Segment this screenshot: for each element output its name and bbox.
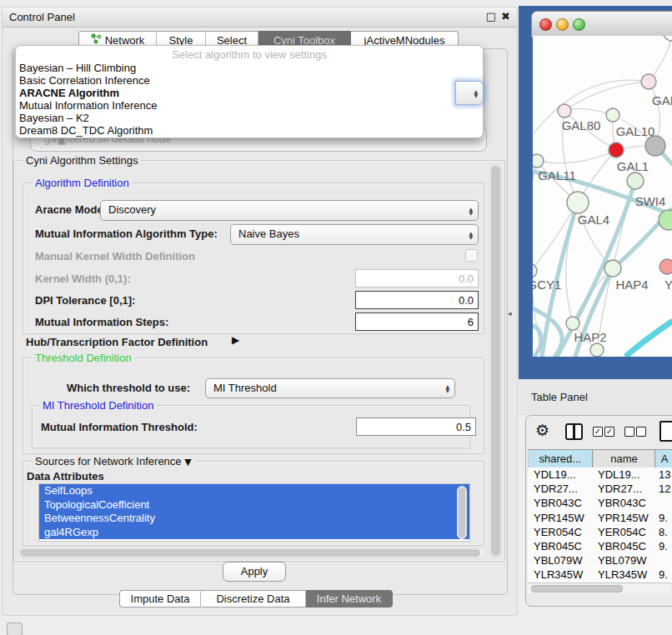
algorithm-option[interactable]: Dream8 DC_TDC Algorithm xyxy=(19,124,153,137)
node-gal1-red[interactable] xyxy=(609,142,624,158)
combo-stepper-icon: ▲▼ xyxy=(445,384,449,392)
tab-impute-data[interactable]: Impute Data xyxy=(119,590,201,608)
attributes-scrollbar[interactable] xyxy=(457,486,467,539)
column-header-name[interactable]: name xyxy=(593,450,656,468)
bottom-tab-bar: Impute Data Discretize Data Infer Networ… xyxy=(119,590,393,608)
algorithm-option-selected[interactable]: ARACNE Algorithm xyxy=(19,87,119,99)
which-threshold-combo[interactable]: MI Threshold ▲▼ xyxy=(205,378,455,398)
table-header-row: shared... name A xyxy=(528,449,672,468)
node-swi4[interactable] xyxy=(659,210,672,230)
kernel-width-field[interactable]: 0.0 xyxy=(355,269,479,288)
column-header-clipped[interactable]: A xyxy=(655,450,672,468)
algorithm-option[interactable]: Basic Correlation Inference xyxy=(19,74,150,87)
panel-resize-handle[interactable]: ◂ xyxy=(508,309,512,318)
dpi-tolerance-label: DPI Tolerance [0,1]: xyxy=(35,294,135,307)
node-hap4[interactable] xyxy=(604,260,621,277)
algorithm-definition-title: Algorithm Definition xyxy=(32,177,133,189)
node-bottom[interactable] xyxy=(590,343,604,357)
split-columns-icon[interactable] xyxy=(565,423,583,440)
hub-expand-arrow-icon[interactable]: ▶ xyxy=(232,334,239,346)
cell: 9. xyxy=(659,568,668,581)
mi-threshold-group: Mutual Information Threshold: 0.5 MI Thr… xyxy=(32,405,470,448)
cell: YDR27... xyxy=(534,482,578,495)
node-partial[interactable] xyxy=(663,36,672,41)
algorithm-option[interactable]: Bayesian – Hill Climbing xyxy=(19,62,136,74)
cell: 12 xyxy=(659,482,670,495)
node-gcy1[interactable] xyxy=(533,264,537,278)
attribute-item-selected[interactable]: SelfLoops xyxy=(39,484,469,498)
data-attributes-list: SelfLoops TopologicalCoefficient Between… xyxy=(38,483,470,542)
node-green[interactable] xyxy=(627,172,644,189)
mi-type-label: Mutual Information Algorithm Type: xyxy=(35,228,218,240)
sources-title-text: Sources for Network Inference xyxy=(35,455,182,468)
network-window-titlebar[interactable] xyxy=(531,11,672,38)
dpi-tolerance-field[interactable]: 0.0 xyxy=(355,291,479,309)
close-window-icon[interactable]: ✖ xyxy=(501,10,510,22)
checked-checkbox-icon[interactable]: ✓ xyxy=(604,427,614,437)
table-row[interactable]: YLR345WYLR345W9. xyxy=(528,568,672,582)
node-label: SWI4 xyxy=(635,194,666,208)
gear-icon[interactable]: ⚙ xyxy=(535,421,549,439)
checked-checkbox-icon[interactable]: ✓ xyxy=(593,427,603,437)
unchecked-checkbox-icon[interactable] xyxy=(636,427,646,437)
aracne-mode-value: Discovery xyxy=(108,203,156,216)
apply-button[interactable]: Apply xyxy=(223,562,286,582)
combo-stepper-icon: ▲▼ xyxy=(469,207,473,215)
tab-infer-network[interactable]: Infer Network xyxy=(306,590,393,608)
kernel-width-label: Kernel Width (0,1): xyxy=(35,272,131,285)
combo-stepper-icon: ▲▼ xyxy=(474,89,478,98)
table-row[interactable]: YDR27...YDR27...12 xyxy=(528,482,672,496)
table-row[interactable]: YBR043CYBR043C xyxy=(528,496,672,510)
algorithm-option[interactable]: Bayesian – K2 xyxy=(19,112,89,124)
cell: YPR145W xyxy=(598,512,649,524)
mi-algorithm-type-combo[interactable]: Naive Bayes ▲▼ xyxy=(230,224,479,245)
threshold-definition-title: Threshold Definition xyxy=(32,352,135,364)
table-row[interactable]: YPR145WYPR145W9. xyxy=(528,511,672,525)
node-gal11[interactable] xyxy=(533,154,544,168)
attribute-item-selected[interactable]: gal4RGexp xyxy=(39,526,469,540)
attribute-item-selected[interactable]: BetweennessCentrality xyxy=(39,512,469,526)
table-row[interactable]: YER054CYER054C8. xyxy=(528,525,672,539)
node-salmon[interactable] xyxy=(659,259,672,274)
mi-steps-field[interactable]: 6 xyxy=(355,312,479,331)
inference-algorithm-combo-fragment[interactable]: ▲▼ xyxy=(455,81,484,105)
aracne-mode-label: Aracne Mode: xyxy=(35,203,107,216)
aracne-mode-combo[interactable]: Discovery ▲▼ xyxy=(100,200,479,221)
dock-grip-icon[interactable] xyxy=(7,622,23,635)
network-canvas[interactable]: GAL GAL80 GAL10 GAL1 GAL11 GAL4 SWI4 GCY… xyxy=(533,36,672,357)
node-hap2[interactable] xyxy=(566,317,579,330)
tab-discretize-data[interactable]: Discretize Data xyxy=(201,590,306,608)
table-horizontal-scrollbar[interactable] xyxy=(528,582,671,593)
zoom-traffic-light-icon[interactable] xyxy=(573,18,585,31)
sources-collapse-arrow-icon[interactable]: ▼ xyxy=(184,457,191,468)
algorithm-placeholder: Select algorithm to view settings xyxy=(16,48,483,61)
node-gray[interactable] xyxy=(645,136,665,156)
table-row[interactable]: YBR045CYBR045C9. xyxy=(528,539,672,553)
node-gal4[interactable] xyxy=(567,192,589,213)
manual-kernel-checkbox[interactable] xyxy=(465,249,478,262)
table-row[interactable]: YDL19...YDL19...13 xyxy=(528,468,672,482)
table-row[interactable]: YBL079WYBL079W xyxy=(528,553,672,568)
table-body: YDL19...YDL19...13 YDR27...YDR27...12 YB… xyxy=(528,468,672,582)
mi-steps-value: 6 xyxy=(468,316,474,328)
node-gal-pink[interactable] xyxy=(641,74,656,89)
hub-definition-label[interactable]: Hub/Transcription Factor Definition xyxy=(26,336,208,348)
node-label: GAL10 xyxy=(616,124,655,138)
algorithm-option[interactable]: Mutual Information Inference xyxy=(19,99,157,112)
minimize-traffic-light-icon[interactable] xyxy=(556,18,569,31)
close-traffic-light-icon[interactable] xyxy=(539,18,552,31)
float-window-icon[interactable]: □ xyxy=(486,10,496,22)
document-icon[interactable] xyxy=(659,421,672,442)
settings-vertical-scrollbar[interactable] xyxy=(489,164,502,558)
node-gal10[interactable] xyxy=(606,108,619,122)
node-gal80[interactable] xyxy=(558,104,571,118)
cell: YBR043C xyxy=(534,497,582,509)
control-panel-titlebar: Control Panel □ ✖ xyxy=(3,8,517,28)
unchecked-checkbox-icon[interactable] xyxy=(624,427,634,437)
attribute-item-selected[interactable]: TopologicalCoefficient xyxy=(39,498,469,512)
column-header-shared[interactable]: shared... xyxy=(528,450,593,468)
which-threshold-label: Which threshold to use: xyxy=(67,382,190,394)
settings-horizontal-scrollbar[interactable] xyxy=(18,548,486,558)
mi-threshold-field[interactable]: 0.5 xyxy=(356,418,476,436)
algorithm-dropdown-popup: Select algorithm to view settings Bayesi… xyxy=(15,45,484,138)
